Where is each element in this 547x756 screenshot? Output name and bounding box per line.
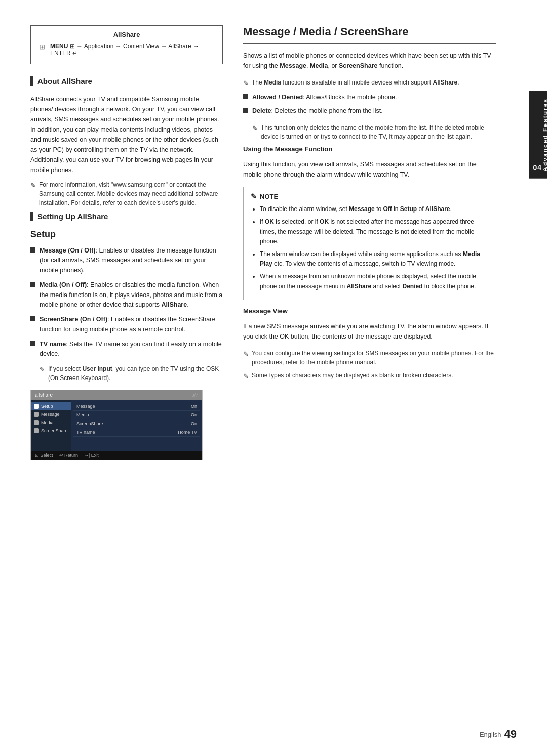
bullet-item-tvname: TV name: Sets the TV name so you can fin… [30, 340, 223, 359]
allshare-box-menu-path: MENU ⊞ → Application → Content View → Al… [50, 43, 214, 57]
ss-row-media: Media On [73, 411, 200, 419]
ss-tvname-key: TV name [76, 430, 95, 435]
bullet-square-3 [30, 316, 35, 321]
screenshot-inner: allshare 3/7 Setup M [31, 390, 202, 460]
setup-title: Setup [30, 229, 223, 240]
ss-message-icon [34, 412, 39, 417]
pencil-icon-4: ✎ [252, 123, 258, 134]
using-message-heading: Using the Message Function [243, 145, 496, 155]
delete-text: Delete: Deletes the mobile phone from th… [252, 106, 383, 116]
note-box-items: To disable the alarm window, set Message… [251, 204, 489, 291]
tv-name-note-text: If you select User Input, you can type o… [48, 364, 223, 383]
right-column: Message / Media / ScreenShare Shows a li… [243, 25, 496, 460]
media-note-text: The Media function is available in all m… [252, 78, 459, 87]
about-allshare-body: AllShare connects your TV and compatible… [30, 94, 223, 175]
chapter-title: Advanced Features [542, 98, 547, 172]
heading-bar-2 [30, 212, 33, 221]
bullet-tvname-text: TV name: Sets the TV name so you can fin… [40, 340, 223, 359]
bullet-item-media: Media (On / Off): Enables or disables th… [30, 280, 223, 310]
ss-setup-label: Setup [41, 404, 53, 409]
main-content: AllShare ⊞ MENU ⊞ → Application → Conten… [0, 0, 547, 756]
setting-up-title: Setting Up AllShare [37, 212, 108, 221]
ss-main-area: Message On Media On ScreenShare On [71, 400, 202, 451]
ss-sidebar-message: Message [31, 410, 71, 418]
ss-message-key: Message [76, 404, 95, 409]
bullet-square-4 [30, 341, 35, 346]
bullet-screenshare-text: ScreenShare (On / Off): Enables or disab… [40, 315, 223, 334]
ss-title: allshare [35, 392, 53, 398]
ss-topbar: allshare 3/7 [31, 390, 202, 400]
footer-page-num: 49 [504, 728, 517, 741]
note-item-4: When a message from an unknown mobile ph… [260, 272, 489, 291]
ss-screenshare-icon [34, 428, 39, 433]
message-view-note1-text: You can configure the viewing settings f… [252, 349, 496, 367]
note-box: ✎ NOTE To disable the alarm window, set … [243, 187, 496, 300]
pencil-icon-5: ✎ [243, 349, 249, 359]
ss-message-label: Message [41, 412, 60, 417]
pencil-icon-6: ✎ [243, 371, 249, 382]
tv-name-note: ✎ If you select User Input, you can type… [40, 364, 223, 383]
pencil-icon-2: ✎ [40, 365, 45, 375]
delete-note-text: This function only deletes the name of t… [261, 123, 496, 141]
right-bullet-sq-1 [243, 94, 248, 99]
right-bullet-list: Allowed / Denied: Allows/Blocks the mobi… [243, 93, 496, 116]
note-pencil-icon: ✎ [251, 192, 257, 200]
note-item-1: To disable the alarm window, set Message… [260, 204, 489, 214]
ss-tvname-val: Home TV [178, 430, 197, 435]
pencil-icon-3: ✎ [243, 78, 249, 89]
ss-message-val: On [191, 404, 197, 409]
message-view-note1: ✎ You can configure the viewing settings… [243, 349, 496, 367]
ss-row-message: Message On [73, 402, 200, 411]
message-view-body: If a new SMS message arrives while you a… [243, 321, 496, 342]
menu-icon: ⊞ [39, 43, 45, 51]
footer-lang: English [480, 731, 501, 738]
setup-bullet-list: Message (On / Off): Enables or disables … [30, 246, 223, 359]
bullet-message-text: Message (On / Off): Enables or disables … [40, 246, 223, 275]
about-allshare-title: About AllShare [37, 77, 92, 86]
bullet-square-1 [30, 247, 35, 253]
setting-up-heading: Setting Up AllShare [30, 212, 223, 224]
pencil-icon: ✎ [30, 181, 36, 191]
ss-media-label: Media [41, 420, 54, 425]
ss-select: ⊡ Select [35, 453, 53, 458]
ss-media-key: Media [76, 412, 89, 417]
allshare-box-title: AllShare [39, 31, 214, 38]
heading-bar [30, 76, 33, 86]
delete-note: ✎ This function only deletes the name of… [252, 123, 496, 141]
note-item-3: The alarm window can be displayed while … [260, 249, 489, 269]
bullet-media-text: Media (On / Off): Enables or disables th… [40, 280, 223, 310]
ss-screenshare-label: ScreenShare [41, 428, 68, 433]
right-main-title: Message / Media / ScreenShare [243, 25, 496, 44]
ss-page-num: 3/7 [191, 393, 198, 398]
two-column-layout: AllShare ⊞ MENU ⊞ → Application → Conten… [30, 25, 496, 460]
page-container: 04 Advanced Features AllShare ⊞ MENU ⊞ →… [0, 0, 547, 756]
allowed-denied-text: Allowed / Denied: Allows/Blocks the mobi… [252, 93, 397, 102]
about-allshare-note-text: For more information, visit "www.samsung… [39, 180, 223, 207]
ss-sidebar: Setup Message Media [31, 400, 71, 451]
allshare-box-content: ⊞ MENU ⊞ → Application → Content View → … [39, 43, 214, 57]
ss-row-screenshare: ScreenShare On [73, 419, 200, 428]
about-allshare-note: ✎ For more information, visit "www.samsu… [30, 180, 223, 207]
ss-media-icon [34, 420, 39, 425]
message-view-note2: ✎ Some types of characters may be displa… [243, 371, 496, 382]
message-view-heading: Message View [243, 307, 496, 317]
ss-sidebar-setup: Setup [31, 402, 71, 410]
screenshot-box: allshare 3/7 Setup M [30, 390, 203, 460]
ss-setup-icon [34, 404, 39, 409]
note-box-title: ✎ NOTE [251, 192, 489, 200]
ss-screenshare-val: On [191, 421, 197, 426]
bullet-square-2 [30, 282, 35, 287]
right-intro: Shows a list of mobile phones or connect… [243, 51, 496, 71]
left-column: AllShare ⊞ MENU ⊞ → Application → Conten… [30, 25, 223, 460]
chapter-number: 04 [533, 163, 542, 172]
allshare-box: AllShare ⊞ MENU ⊞ → Application → Conten… [30, 25, 223, 64]
ss-sidebar-media: Media [31, 418, 71, 427]
ss-sidebar-screenshare: ScreenShare [31, 427, 71, 435]
bullet-item-message: Message (On / Off): Enables or disables … [30, 246, 223, 275]
ss-body: Setup Message Media [31, 400, 202, 451]
message-view-note2-text: Some types of characters may be displaye… [252, 371, 453, 380]
ss-media-val: On [191, 412, 197, 417]
about-allshare-heading: About AllShare [30, 76, 223, 89]
using-message-body: Using this function, you view call arriv… [243, 159, 496, 180]
ss-return: ↩ Return [59, 453, 79, 458]
